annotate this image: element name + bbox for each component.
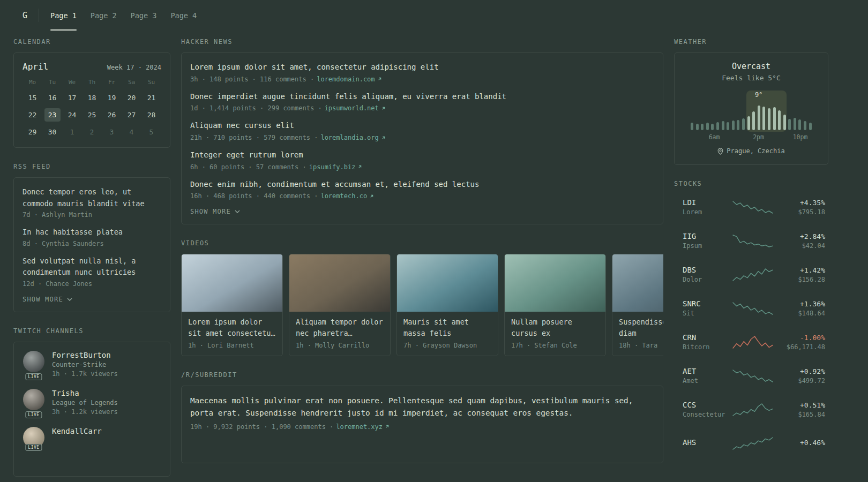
weather-hour-bar xyxy=(778,110,781,130)
stock-change: +1.42% xyxy=(774,266,825,274)
stock-sparkline xyxy=(732,234,774,248)
video-body: Nullam posuere cursus ex 17h · Stefan Co… xyxy=(505,312,605,356)
stock-id: IIG Ipsum xyxy=(683,232,732,250)
rss-item-title[interactable]: In hac habitasse platea xyxy=(23,227,161,238)
subreddit-widget: /R/SUBREDDIT Maecenas mollis pulvinar er… xyxy=(181,371,663,463)
hackernews-item-domain-link[interactable]: loremtech.co xyxy=(320,192,374,200)
hackernews-item-meta: 6h · 60 points · 57 comments · ipsumify.… xyxy=(190,163,654,171)
video-card[interactable]: Suspendisse tortor diam 18h · Tara xyxy=(612,254,663,356)
subreddit-post-title[interactable]: Maecenas mollis pulvinar erat non posuer… xyxy=(190,395,654,419)
calendar-day: 22 xyxy=(25,108,41,122)
hackernews-item-title[interactable]: Lorem ipsum dolor sit amet, consectetur … xyxy=(190,62,654,73)
stock-change: +0.92% xyxy=(774,367,825,375)
calendar-widget: CALENDAR April Week 17 · 2024 MoTuWeThFr… xyxy=(13,38,170,148)
stock-symbol: IIG xyxy=(683,232,732,240)
stock-sparkline xyxy=(732,301,774,316)
tab-page-2[interactable]: Page 2 xyxy=(91,0,117,31)
weather-hour-bar xyxy=(788,119,791,130)
video-thumbnail xyxy=(289,254,390,312)
stock-row[interactable]: AET Amet +0.92% $499.72 xyxy=(683,363,820,388)
video-title: Suspendisse tortor diam xyxy=(619,317,663,338)
videos-widget-title: VIDEOS xyxy=(181,239,663,247)
hackernews-show-more-button[interactable]: SHOW MORE xyxy=(190,208,240,215)
time-label-2pm: 2pm xyxy=(753,133,764,141)
hackernews-item-title[interactable]: Donec enim nibh, condimentum et accumsan… xyxy=(190,179,654,191)
tab-page-1[interactable]: Page 1 xyxy=(50,0,77,31)
hackernews-item-title[interactable]: Donec imperdiet augue tincidunt felis al… xyxy=(190,91,654,103)
subreddit-post-domain: loremnet.xyz xyxy=(336,423,383,431)
video-card[interactable]: Mauris sit amet massa felis 7h · Grayson… xyxy=(396,254,498,356)
hackernews-show-more-label: SHOW MORE xyxy=(190,208,231,215)
video-meta: 1h · Lori Barnett xyxy=(188,342,276,349)
avatar-wrap: LIVE xyxy=(23,427,45,448)
stock-values: +1.42% $156.28 xyxy=(774,266,825,283)
calendar-weekday: Su xyxy=(148,79,155,87)
stock-symbol: CRN xyxy=(683,333,732,342)
video-body: Aliquam tempor dolor nec pharetra… 1h · … xyxy=(289,312,390,356)
stock-row[interactable]: AHS +0.46% xyxy=(683,431,820,456)
tab-page-4[interactable]: Page 4 xyxy=(170,0,197,31)
rss-item-title[interactable]: Donec tempor eros leo, ut commodo mauris… xyxy=(23,186,161,209)
app-logo[interactable]: G xyxy=(13,0,39,31)
subreddit-post: Maecenas mollis pulvinar erat non posuer… xyxy=(190,395,654,431)
hackernews-item-title[interactable]: Integer eget rutrum lorem xyxy=(190,149,654,161)
stock-values: +0.51% $165.84 xyxy=(774,401,825,418)
dashboard-page: G Page 1 Page 2 Page 3 Page 4 CALENDAR A… xyxy=(0,0,868,482)
twitch-channel[interactable]: LIVE KendallCarr xyxy=(23,427,161,448)
hackernews-item-domain-link[interactable]: ipsumify.biz xyxy=(309,163,363,171)
hackernews-item-domain-link[interactable]: ipsumworld.net xyxy=(325,104,386,112)
stock-sparkline xyxy=(732,267,774,282)
stock-id: CRN Bitcorn xyxy=(683,333,732,351)
stock-change: +1.36% xyxy=(774,300,825,308)
video-body: Lorem ipsum dolor sit amet consectetu… 1… xyxy=(182,312,282,356)
stock-symbol: SNRC xyxy=(683,299,732,308)
hackernews-item-title[interactable]: Aliquam nec cursus elit xyxy=(190,120,654,132)
stock-row[interactable]: CRN Bitcorn -1.00% $66,171.48 xyxy=(683,329,820,355)
calendar-day: 17 xyxy=(64,91,80,104)
calendar-day: 27 xyxy=(124,108,140,122)
video-card[interactable]: Lorem ipsum dolor sit amet consectetu… 1… xyxy=(181,254,283,356)
stock-id: AET Amet xyxy=(683,367,732,385)
hackernews-item-domain-link[interactable]: loremlandia.org xyxy=(320,134,385,141)
stock-values: -1.00% $66,171.48 xyxy=(774,334,825,351)
stock-row[interactable]: CCS Consectetur +0.51% $165.84 xyxy=(683,397,820,422)
stock-change: +2.84% xyxy=(774,232,825,240)
video-meta: 17h · Stefan Cole xyxy=(511,342,599,349)
rss-show-more-button[interactable]: SHOW MORE xyxy=(23,296,72,303)
channel-avatar xyxy=(23,389,44,410)
avatar-wrap: LIVE xyxy=(23,389,45,416)
stock-row[interactable]: IIG Ipsum +2.84% $42.04 xyxy=(683,228,820,253)
stock-row[interactable]: SNRC Sit +1.36% $148.64 xyxy=(683,296,820,321)
stock-values: +0.46% xyxy=(774,439,825,448)
twitch-channel[interactable]: LIVE ForrestBurton Counter-Strike 1h · 1… xyxy=(23,351,161,378)
weather-hour-bar xyxy=(768,108,770,130)
weather-hour-bar xyxy=(752,111,755,130)
video-thumbnail xyxy=(397,254,498,312)
hackernews-item-domain: ipsumworld.net xyxy=(325,104,379,112)
time-label-10pm: 10pm xyxy=(793,133,808,141)
video-card[interactable]: Aliquam tempor dolor nec pharetra… 1h · … xyxy=(289,254,391,356)
stock-values: +0.92% $499.72 xyxy=(774,367,825,385)
calendar-weekday: Th xyxy=(88,79,95,87)
channel-game: League of Legends xyxy=(52,399,118,406)
rss-item-title[interactable]: Sed volutpat nulla nisl, a condimentum n… xyxy=(23,255,161,278)
stock-sparkline xyxy=(732,436,774,451)
calendar-day: 5 xyxy=(144,125,160,139)
stock-row[interactable]: LDI Lorem +4.35% $795.18 xyxy=(683,194,820,220)
twitch-channel[interactable]: LIVE Trisha League of Legends 3h · 1.2k … xyxy=(23,389,161,416)
video-card[interactable]: Nullam posuere cursus ex 17h · Stefan Co… xyxy=(504,254,606,356)
video-meta: 7h · Grayson Dawson xyxy=(403,342,491,349)
subreddit-post-domain-link[interactable]: loremnet.xyz xyxy=(336,423,390,431)
hackernews-item-meta: 1d · 1,414 points · 299 comments · ipsum… xyxy=(190,104,654,112)
calendar-week-info: Week 17 · 2024 xyxy=(107,64,161,71)
calendar-day: 19 xyxy=(104,91,120,104)
stock-row[interactable]: DBS Dolor +1.42% $156.28 xyxy=(683,262,820,287)
weather-peak-temperature: 9° xyxy=(755,91,762,99)
tab-page-3[interactable]: Page 3 xyxy=(131,0,157,31)
hackernews-item-domain: loremtech.co xyxy=(320,192,367,200)
external-link-icon xyxy=(357,164,362,169)
stock-symbol: AHS xyxy=(683,438,732,447)
weather-feels-like: Feels like 5°C xyxy=(683,74,819,82)
rss-list: Donec tempor eros leo, ut commodo mauris… xyxy=(23,186,161,288)
hackernews-item-domain-link[interactable]: loremdomain.com xyxy=(317,76,381,83)
